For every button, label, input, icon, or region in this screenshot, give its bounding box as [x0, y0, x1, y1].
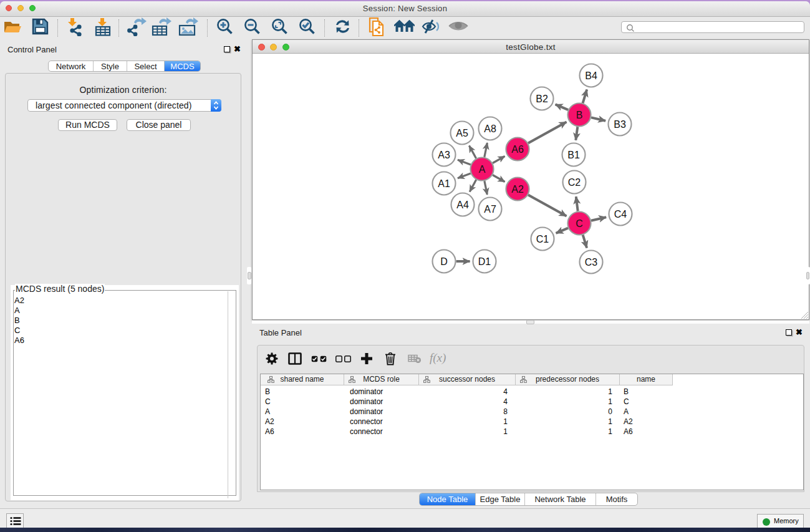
- svg-text:A4: A4: [456, 200, 469, 210]
- svg-text:C4: C4: [614, 209, 627, 220]
- svg-text:A7: A7: [484, 204, 496, 215]
- svg-text:B1: B1: [567, 150, 580, 160]
- svg-text:C1: C1: [536, 234, 549, 244]
- svg-text:A6: A6: [511, 144, 524, 155]
- svg-text:B3: B3: [614, 119, 626, 130]
- svg-text:C2: C2: [568, 177, 581, 188]
- svg-text:D1: D1: [478, 256, 491, 267]
- svg-text:D: D: [440, 256, 448, 267]
- svg-text:A2: A2: [511, 184, 524, 195]
- svg-text:C3: C3: [585, 257, 598, 268]
- svg-text:A1: A1: [438, 178, 450, 189]
- svg-text:A5: A5: [456, 128, 468, 138]
- svg-text:A3: A3: [438, 150, 450, 160]
- svg-text:C: C: [576, 218, 583, 229]
- svg-text:A8: A8: [484, 123, 496, 134]
- svg-text:B: B: [576, 110, 583, 120]
- svg-text:B4: B4: [585, 70, 597, 81]
- svg-text:A: A: [479, 164, 486, 175]
- svg-text:B2: B2: [536, 94, 548, 104]
